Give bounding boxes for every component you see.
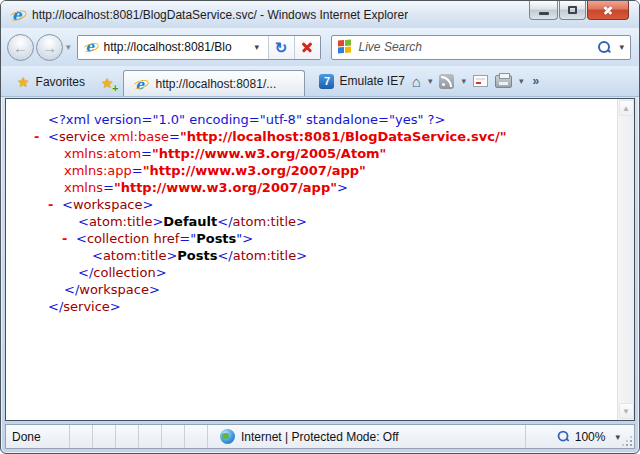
scroll-up-icon[interactable]: ▲ (619, 100, 634, 116)
tab-favicon-icon: e (133, 76, 148, 90)
refresh-icon: ↻ (275, 40, 288, 55)
stop-icon (301, 41, 313, 53)
zoom-dropdown-icon[interactable]: ▾ (615, 432, 620, 442)
address-dropdown-icon[interactable]: ▾ (252, 42, 263, 52)
xml-line: <atom:title>Default</atom:title> (34, 213, 613, 230)
zoom-magnifier-icon (557, 431, 569, 443)
add-favorite-button[interactable]: ★+ (101, 74, 114, 92)
title-bar[interactable]: e http://localhost:8081/BlogDataService.… (1, 1, 639, 28)
xml-line: <?xml version="1.0" encoding="utf-8" sta… (34, 111, 613, 128)
search-input[interactable]: Live Search ▾ (331, 35, 631, 60)
search-dropdown-icon[interactable]: ▾ (619, 42, 624, 52)
search-placeholder: Live Search (359, 40, 599, 54)
xml-line: -<service xml:base="http://localhost:808… (34, 128, 613, 145)
close-icon (602, 4, 614, 16)
forward-button[interactable]: → (36, 34, 63, 61)
xml-line: <atom:title>Posts</atom:title> (34, 247, 613, 264)
favorites-button[interactable]: ★ Favorites (7, 70, 95, 94)
tab-active[interactable]: e http://localhost:8081/... (123, 70, 305, 96)
back-icon: ← (13, 39, 28, 56)
collapse-toggle[interactable]: - (34, 128, 48, 145)
status-pane (70, 425, 93, 448)
refresh-button[interactable]: ↻ (268, 36, 294, 59)
close-button[interactable] (587, 1, 629, 20)
resize-grip[interactable] (622, 436, 632, 446)
navigation-bar: ← → ▾ e http://localhost:8081/Blo ▾ ↻ Li… (1, 28, 639, 66)
minimize-button[interactable] (529, 1, 558, 20)
ie-logo-icon: e (9, 7, 26, 23)
status-pane (93, 425, 116, 448)
scroll-down-icon[interactable]: ▼ (619, 403, 634, 419)
page-favicon-icon: e (82, 40, 97, 54)
maximize-button[interactable] (559, 1, 586, 20)
tab-bar: ★ Favorites ★+ e http://localhost:8081/.… (1, 66, 639, 97)
maximize-icon (568, 6, 577, 14)
status-pane (139, 425, 162, 448)
add-favorite-plus-icon: + (112, 82, 118, 94)
status-bar: Done Internet | Protected Mode: Off 100%… (5, 424, 635, 449)
window-title: http://localhost:8081/BlogDataService.sv… (32, 8, 408, 22)
home-dropdown-icon[interactable]: ▾ (428, 76, 433, 86)
zoom-control[interactable]: 100% ▾ (526, 425, 634, 448)
print-icon[interactable] (495, 75, 512, 88)
forward-icon: → (42, 39, 57, 56)
address-bar-group: e http://localhost:8081/Blo ▾ ↻ (77, 35, 321, 60)
vertical-scrollbar[interactable]: ▲ ▼ (617, 99, 634, 420)
print-dropdown-icon[interactable]: ▾ (519, 76, 524, 86)
emulate-ie7-button[interactable]: Emulate IE7 (339, 74, 404, 88)
zoom-level: 100% (575, 430, 606, 444)
xml-line: </service> (34, 298, 613, 315)
xml-line: -<workspace> (34, 196, 613, 213)
command-bar: 7 Emulate IE7 ⌂ ▾ ▾ ▾ » (319, 66, 539, 96)
toolbar-overflow-chevron[interactable]: » (533, 74, 540, 88)
status-pane (116, 425, 139, 448)
security-zone-pane: Internet | Protected Mode: Off (208, 425, 526, 448)
live-search-logo-icon (338, 40, 352, 55)
internet-zone-globe-icon (220, 429, 235, 444)
xml-line: xmlns:app="http://www.w3.org/2007/app" (34, 162, 613, 179)
xml-line: xmlns="http://www.w3.org/2007/app"> (34, 179, 613, 196)
home-icon[interactable]: ⌂ (412, 74, 421, 89)
window-controls (528, 1, 629, 20)
back-button[interactable]: ← (7, 34, 34, 61)
page-content: <?xml version="1.0" encoding="utf-8" sta… (5, 98, 635, 421)
minimize-icon (539, 12, 549, 15)
tab-title: http://localhost:8081/... (155, 77, 276, 91)
search-icon[interactable] (598, 41, 611, 54)
collapse-toggle[interactable]: - (62, 230, 76, 247)
xml-line: xmlns:atom="http://www.w3.org/2005/Atom" (34, 145, 613, 162)
status-pane (162, 425, 185, 448)
collapse-toggle[interactable]: - (48, 196, 62, 213)
xml-viewer: <?xml version="1.0" encoding="utf-8" sta… (6, 99, 617, 420)
feed-dropdown-icon[interactable]: ▾ (461, 76, 466, 86)
browser-window: e http://localhost:8081/BlogDataService.… (0, 0, 640, 454)
history-dropdown[interactable]: ▾ (66, 42, 71, 52)
xml-line: -<collection href="Posts"> (34, 230, 613, 247)
ie7-badge-icon: 7 (319, 74, 334, 89)
favorites-star-icon: ★ (17, 74, 30, 90)
window-frame: <?xml version="1.0" encoding="utf-8" sta… (1, 97, 639, 453)
stop-button[interactable] (294, 36, 320, 59)
favorites-label: Favorites (36, 75, 85, 89)
read-mail-icon[interactable] (473, 75, 488, 87)
status-pane (185, 425, 208, 448)
address-value: http://localhost:8081/Blo (104, 40, 252, 54)
zone-text: Internet | Protected Mode: Off (241, 430, 399, 444)
address-input[interactable]: e http://localhost:8081/Blo ▾ (78, 36, 268, 59)
status-text: Done (6, 425, 70, 448)
rss-feed-icon[interactable] (439, 74, 454, 89)
xml-line: </workspace> (34, 281, 613, 298)
xml-line: </collection> (34, 264, 613, 281)
